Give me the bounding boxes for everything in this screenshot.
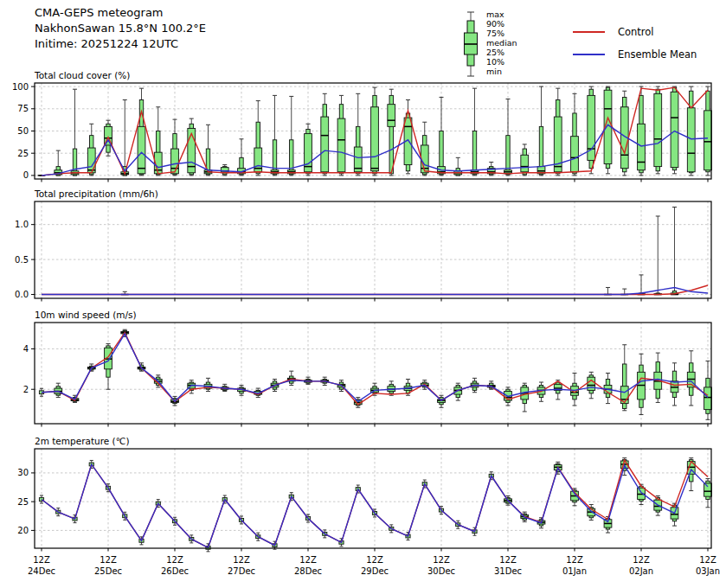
boxplots-precip <box>121 207 678 294</box>
panel-title-cloud: Total cloud cover (%) <box>34 70 130 80</box>
ytick-label-precip: 1.0 <box>15 220 29 229</box>
control-line-swatch <box>573 31 605 33</box>
panel-title-temp: 2m temperature (℃) <box>35 436 130 446</box>
legend-label-max: max <box>486 10 517 19</box>
xtick-time: 12Z <box>233 555 250 565</box>
boxplots-wind <box>39 329 711 419</box>
xtick-time: 12Z <box>699 555 716 565</box>
series-legend: Control Ensemble Mean <box>573 21 697 66</box>
ytick-label-cloud: 75 <box>17 104 29 113</box>
ytick-label-temp: 25 <box>17 497 29 507</box>
xtick-time: 12Z <box>33 555 50 565</box>
xtick-time: 12Z <box>100 555 117 565</box>
xtick-date: 02Jan <box>629 566 653 576</box>
meteogram-chart: 0255075100Total cloud cover (%)0.00.51.0… <box>0 0 726 588</box>
ytick-label-temp: 30 <box>17 468 29 477</box>
legend-label-90pct: 90% <box>486 20 517 29</box>
xtick-time: 12Z <box>566 555 583 565</box>
ytick-label-precip: 0.5 <box>15 255 29 265</box>
legend-label-10pct: 10% <box>486 58 517 67</box>
boxplots-temp <box>39 458 711 552</box>
panel-wind: 2410m wind speed (m/s) <box>23 310 712 427</box>
ensemble-mean-label: Ensemble Mean <box>618 48 697 61</box>
boxplots-cloud <box>38 86 712 176</box>
xtick-date: 03Jan <box>696 566 720 576</box>
xtick-time: 12Z <box>633 555 650 565</box>
ytick-label-temp: 20 <box>17 526 29 535</box>
x-axis-labels: 12Z24Dec12Z25Dec12Z26Dec12Z27Dec12Z28Dec… <box>28 555 720 576</box>
xtick-date: 24Dec <box>28 566 55 576</box>
legend-label-median: median <box>486 39 517 48</box>
panel-title-wind: 10m wind speed (m/s) <box>35 310 137 320</box>
boxplot-legend: max 90% 75% median 25% 10% min <box>459 10 517 79</box>
xtick-date: 26Dec <box>161 566 189 576</box>
xtick-time: 12Z <box>166 555 183 565</box>
xtick-date: 29Dec <box>361 566 389 576</box>
legend-item-ensemble-mean: Ensemble Mean <box>573 43 697 66</box>
panel-cloud: 0255075100Total cloud cover (%) <box>12 70 711 182</box>
app-title: CMA-GEPS meteogram <box>35 5 206 21</box>
xtick-time: 12Z <box>433 555 450 565</box>
xtick-date: 31Dec <box>494 566 522 576</box>
ytick-label-cloud: 100 <box>12 82 29 92</box>
ytick-label-cloud: 0 <box>23 170 29 180</box>
boxplot-legend-glyph <box>459 10 482 79</box>
xtick-date: 27Dec <box>228 566 255 576</box>
legend-label-min: min <box>486 67 517 76</box>
ytick-label-wind: 2 <box>23 385 29 394</box>
xtick-time: 12Z <box>366 555 383 565</box>
legend-label-25pct: 25% <box>486 48 517 57</box>
xtick-date: 30Dec <box>427 566 455 576</box>
panel-title-precip: Total precipitation (mm/6h) <box>34 189 158 199</box>
control-line-temp <box>42 460 708 547</box>
panel-temp: 2025302m temperature (℃) <box>17 436 711 552</box>
ensemble-mean-line-swatch <box>573 54 605 55</box>
header: CMA-GEPS meteogram NakhonSawan 15.8°N 10… <box>35 5 206 52</box>
ytick-label-cloud: 50 <box>17 126 29 136</box>
xtick-date: 28Dec <box>294 566 322 576</box>
legend-label-75pct: 75% <box>486 29 517 38</box>
ytick-label-cloud: 25 <box>17 149 29 158</box>
boxplot-legend-labels: max 90% 75% median 25% 10% min <box>486 10 517 76</box>
legend-item-control: Control <box>573 21 697 43</box>
control-label: Control <box>618 26 654 38</box>
xtick-time: 12Z <box>499 555 517 565</box>
init-time: Initime: 20251224 12UTC <box>35 36 206 52</box>
xtick-date: 25Dec <box>94 566 122 576</box>
ytick-label-precip: 0.0 <box>15 290 29 299</box>
ytick-label-wind: 4 <box>23 344 29 354</box>
station-info: NakhonSawan 15.8°N 100.2°E <box>35 21 206 36</box>
xtick-time: 12Z <box>299 555 317 565</box>
xtick-date: 01Jan <box>562 566 587 576</box>
panel-precip: 0.00.51.0Total precipitation (mm/6h) <box>15 189 711 302</box>
